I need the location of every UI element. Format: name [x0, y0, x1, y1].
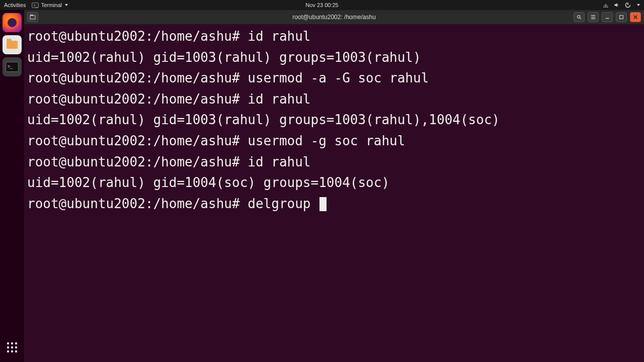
gnome-top-panel: Activities >_ Terminal Nov 23 00:25 — [0, 0, 644, 10]
minimize-button[interactable] — [602, 12, 613, 22]
search-button[interactable] — [574, 12, 585, 22]
dock-files-icon[interactable] — [3, 35, 22, 54]
terminal-icon: >_ — [32, 3, 39, 8]
window-titlebar: root@ubuntu2002: /home/ashu — [24, 10, 644, 24]
maximize-button[interactable] — [616, 12, 627, 22]
power-icon[interactable] — [625, 2, 631, 8]
new-tab-button[interactable] — [27, 12, 38, 22]
terminal-prompt-line: root@ubuntu2002:/home/ashu# delgroup — [27, 194, 641, 215]
dock: >_ — [0, 10, 24, 362]
close-button[interactable] — [630, 12, 641, 22]
svg-rect-3 — [620, 16, 623, 19]
terminal-window: root@ubuntu2002: /home/ashu root@ubuntu2… — [24, 10, 644, 362]
activities-button[interactable]: Activities — [4, 2, 26, 8]
volume-icon[interactable] — [614, 2, 620, 8]
terminal-output-line: uid=1002(rahul) gid=1004(soc) groups=100… — [27, 172, 641, 194]
window-title: root@ubuntu2002: /home/ashu — [292, 14, 376, 21]
app-menu-button[interactable]: >_ Terminal — [32, 2, 68, 8]
dock-firefox-icon[interactable] — [3, 13, 22, 32]
chevron-down-icon — [65, 4, 68, 6]
terminal-prompt-line: root@ubuntu2002:/home/ashu# usermod -a -… — [27, 68, 641, 89]
network-icon[interactable] — [603, 2, 609, 8]
dock-terminal-icon[interactable]: >_ — [3, 57, 22, 76]
apps-grid-icon — [7, 342, 17, 352]
terminal-prompt-line: root@ubuntu2002:/home/ashu# id rahul — [27, 26, 641, 47]
terminal-output-line: uid=1002(rahul) gid=1003(rahul) groups=1… — [27, 47, 641, 68]
terminal-prompt-line: root@ubuntu2002:/home/ashu# id rahul — [27, 152, 641, 173]
svg-rect-0 — [30, 16, 35, 19]
show-applications-button[interactable] — [3, 338, 22, 357]
terminal-output-line: uid=1002(rahul) gid=1003(rahul) groups=1… — [27, 110, 641, 131]
terminal-cursor — [319, 197, 327, 211]
system-menu-chevron-icon[interactable] — [637, 4, 640, 6]
terminal-prompt-line: root@ubuntu2002:/home/ashu# id rahul — [27, 89, 641, 110]
terminal-body[interactable]: root@ubuntu2002:/home/ashu# id rahuluid=… — [24, 24, 644, 362]
svg-rect-1 — [30, 15, 33, 16]
svg-point-2 — [578, 16, 580, 18]
hamburger-menu-button[interactable] — [588, 12, 599, 22]
terminal-prompt-line: root@ubuntu2002:/home/ashu# usermod -g s… — [27, 131, 641, 152]
app-menu-label: Terminal — [41, 2, 62, 8]
clock[interactable]: Nov 23 00:25 — [305, 2, 338, 8]
